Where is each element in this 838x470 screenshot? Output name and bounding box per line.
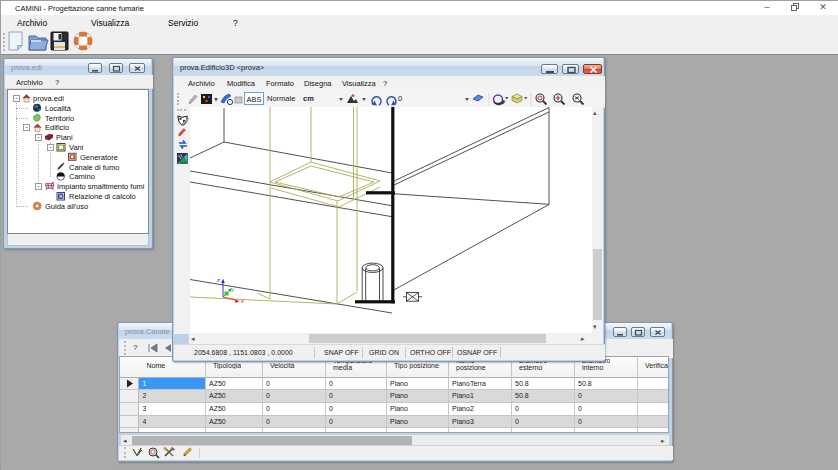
svg-text:x: x <box>241 298 244 304</box>
svg-text:z: z <box>217 277 220 283</box>
svg-text:y: y <box>231 286 234 292</box>
